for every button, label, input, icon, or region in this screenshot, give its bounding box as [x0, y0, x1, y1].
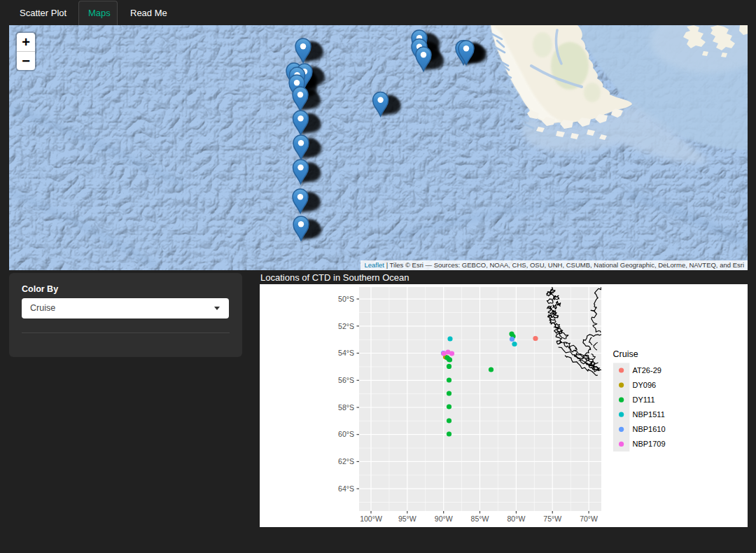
svg-text:90°W: 90°W	[435, 514, 453, 523]
svg-text:AT26-29: AT26-29	[633, 366, 662, 374]
svg-text:DY111: DY111	[633, 396, 655, 404]
svg-text:85°W: 85°W	[471, 514, 489, 523]
svg-text:64°S: 64°S	[338, 484, 354, 493]
svg-text:Cruise: Cruise	[613, 349, 638, 359]
svg-text:54°S: 54°S	[338, 349, 354, 357]
svg-text:NBP1709: NBP1709	[633, 440, 666, 448]
svg-text:95°W: 95°W	[398, 514, 416, 523]
svg-text:DY096: DY096	[633, 381, 657, 389]
svg-text:75°W: 75°W	[543, 514, 561, 523]
svg-text:56°S: 56°S	[338, 376, 354, 384]
svg-text:100°W: 100°W	[360, 514, 382, 523]
svg-text:70°W: 70°W	[580, 514, 598, 523]
svg-text:NBP1610: NBP1610	[633, 425, 666, 433]
svg-text:62°S: 62°S	[338, 457, 354, 465]
svg-text:50°S: 50°S	[338, 295, 354, 303]
svg-text:52°S: 52°S	[338, 322, 354, 330]
svg-text:NBP1511: NBP1511	[633, 410, 665, 419]
svg-text:80°W: 80°W	[507, 514, 526, 523]
svg-text:58°S: 58°S	[338, 403, 354, 412]
svg-text:60°S: 60°S	[338, 430, 354, 438]
